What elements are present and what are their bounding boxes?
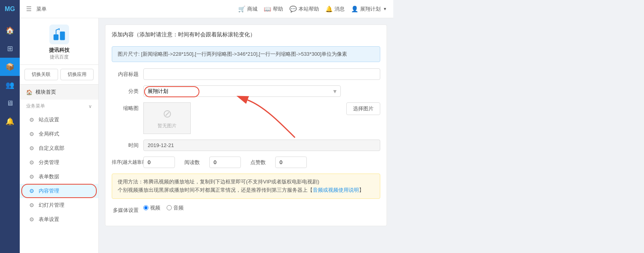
thumbnail-row: 缩略图 ⊘ 暂无图片 选择图片 — [112, 102, 380, 134]
nav-monitor-icon[interactable]: 🖥 — [0, 94, 20, 112]
bell-icon: 🔔 — [325, 6, 333, 13]
header-right: 🛒 商城 📖 帮助 💬 本站帮助 🔔 消息 👤 展翔计划 ▼ — [238, 6, 393, 13]
user-icon: 👤 — [351, 6, 359, 13]
menu-label-content-mgmt: 内容管理 — [39, 187, 59, 194]
category-select-wrapper: 展翔计划 其他分类 ▼ — [143, 85, 341, 97]
site-help-label: 本站帮助 — [299, 6, 319, 13]
menu-label-form-settings: 表单设置 — [39, 216, 59, 223]
gear-icon-4: ⚙ — [29, 159, 36, 166]
help-label: 帮助 — [273, 6, 283, 13]
section-title: 添加内容（添加时请注意：时间有时会跟着鼠标滚轮变化） — [112, 31, 380, 42]
collapse-icon: ∨ — [88, 104, 92, 109]
time-input[interactable] — [143, 140, 380, 151]
sidebar-item-slideshow-mgmt[interactable]: ⚙ 幻灯片管理 — [20, 198, 98, 212]
sort-input[interactable] — [143, 157, 175, 168]
menu-label-global-style: 全局样式 — [39, 130, 59, 138]
gear-icon-7: ⚙ — [29, 202, 36, 208]
message-item[interactable]: 🔔 消息 — [325, 6, 345, 13]
like-label: 点赞数 — [250, 159, 266, 166]
gear-icon-2: ⚙ — [29, 131, 36, 137]
site-help-icon: 💬 — [289, 6, 297, 13]
brand-sub: 捷讯百度 — [50, 54, 69, 60]
sidebar-item-site-settings[interactable]: ⚙ 站点设置 — [20, 113, 98, 127]
business-menu-text: 业务菜单 — [26, 103, 45, 110]
media-row: 多媒体设置 视频 音频 — [112, 204, 380, 214]
main-sidebar: 捷讯科技 捷讯百度 切换关联 切换应用 🏠 模块首页 业务菜单 ∨ ⚙ 站点设置… — [20, 18, 99, 253]
like-input[interactable] — [275, 157, 307, 168]
time-row: 时间 — [112, 140, 380, 151]
help-item[interactable]: 📖 帮助 — [264, 6, 283, 13]
shop-icon: 🛒 — [238, 6, 246, 13]
sidebar-item-form-settings[interactable]: ⚙ 表单设置 — [20, 212, 98, 227]
no-image-icon: ⊘ — [163, 107, 172, 120]
message-label: 消息 — [334, 6, 345, 13]
category-select[interactable]: 展翔计划 其他分类 — [143, 85, 341, 97]
time-label: 时间 — [112, 140, 143, 149]
category-row: 分类 展翔计划 其他分类 ▼ — [112, 85, 380, 97]
media-label: 多媒体设置 — [112, 204, 143, 214]
audio-radio-item[interactable]: 音频 — [167, 204, 184, 211]
audio-label: 音频 — [173, 204, 184, 211]
nav-bell-icon[interactable]: 🔔 — [0, 112, 20, 130]
read-input[interactable] — [209, 157, 241, 168]
content-title-row: 内容标题 — [112, 68, 380, 80]
user-label: 展翔计划 — [360, 6, 381, 13]
user-item[interactable]: 👤 展翔计划 ▼ — [351, 6, 387, 13]
home-icon: 🏠 — [26, 89, 32, 95]
shop-item[interactable]: 🛒 商城 — [238, 6, 257, 13]
content-title-label: 内容标题 — [112, 68, 143, 78]
sidebar-item-global-style[interactable]: ⚙ 全局样式 — [20, 127, 98, 141]
page-section: 添加内容（添加时请注意：时间有时会跟着鼠标滚轮变化） 图片尺寸: [新闻缩略图-… — [105, 25, 387, 226]
sidebar-item-category-mgmt[interactable]: ⚙ 分类管理 — [20, 155, 98, 170]
no-image-label: 暂无图片 — [158, 123, 176, 129]
audio-radio[interactable] — [167, 205, 172, 210]
sort-label: 排序(越大越靠前) — [112, 157, 143, 166]
video-info-box: 使用方法：将腾讯视频的播放地址，复制到下边框里即可(不支持VIP或者版权电影电视… — [112, 174, 380, 199]
video-label: 视频 — [150, 204, 160, 211]
switch-app-button[interactable]: 切换应用 — [60, 69, 94, 80]
switch-link-button[interactable]: 切换关联 — [24, 69, 58, 80]
module-home-item[interactable]: 🏠 模块首页 — [20, 85, 98, 100]
dropdown-arrow-icon: ▼ — [383, 7, 387, 11]
site-help-item[interactable]: 💬 本站帮助 — [289, 6, 319, 13]
top-header: MG ☰ 菜单 🛒 商城 📖 帮助 💬 本站帮助 🔔 消息 — [0, 0, 393, 18]
gear-icon-3: ⚙ — [29, 145, 36, 151]
numbers-row: 排序(越大越靠前) 阅读数 点赞数 — [112, 157, 380, 168]
gear-icon: ⚙ — [29, 117, 36, 123]
choose-image-button[interactable]: 选择图片 — [346, 102, 380, 115]
menu-label: 菜单 — [36, 6, 47, 13]
menu-label-site-settings: 站点设置 — [39, 116, 59, 123]
nav-box-icon[interactable]: 📦 — [0, 58, 20, 76]
menu-label-form-data: 表单数据 — [39, 173, 59, 180]
gear-icon-5: ⚙ — [29, 174, 36, 180]
category-label: 分类 — [112, 85, 143, 95]
video-radio[interactable] — [143, 205, 148, 210]
business-menu-label: 业务菜单 ∨ — [20, 100, 98, 113]
sidebar-item-custom-footer[interactable]: ⚙ 自定义底部 — [20, 141, 98, 155]
brand-section: 捷讯科技 捷讯百度 — [20, 18, 98, 65]
svg-rect-1 — [60, 32, 65, 40]
brand-logo — [49, 25, 69, 44]
video-info-text: 使用方法：将腾讯视频的播放地址，复制到下边框里即可(不支持VIP或者版权电影电视… — [118, 178, 374, 186]
menu-icon: ☰ — [26, 5, 32, 13]
thumbnail-preview: ⊘ 暂无图片 — [143, 102, 191, 134]
content-title-input[interactable] — [143, 68, 380, 80]
menu-button[interactable]: ☰ 菜单 — [20, 4, 99, 14]
gear-icon-6: ⚙ — [29, 188, 36, 194]
switch-buttons: 切换关联 切换应用 — [20, 65, 98, 85]
video-info-link[interactable]: 音频或视频使用说明 — [313, 187, 359, 193]
nav-home-icon[interactable]: 🏠 — [0, 21, 20, 40]
menu-label-custom-footer: 自定义底部 — [39, 145, 64, 152]
main-content: 添加内容（添加时请注意：时间有时会跟着鼠标滚轮变化） 图片尺寸: [新闻缩略图-… — [99, 18, 393, 253]
media-options: 视频 音频 — [143, 204, 380, 211]
sidebar-item-content-mgmt[interactable]: ⚙ 内容管理 — [20, 184, 98, 198]
gear-icon-8: ⚙ — [29, 216, 36, 223]
nav-dashboard-icon[interactable]: ⊞ — [0, 40, 20, 58]
video-radio-item[interactable]: 视频 — [143, 204, 160, 211]
read-label: 阅读数 — [184, 159, 200, 166]
sidebar-item-form-data[interactable]: ⚙ 表单数据 — [20, 170, 98, 184]
logo-text: MG — [5, 6, 15, 13]
nav-users-icon[interactable]: 👥 — [0, 76, 20, 94]
thumbnail-label: 缩略图 — [112, 102, 143, 112]
module-home-label: 模块首页 — [36, 89, 56, 96]
